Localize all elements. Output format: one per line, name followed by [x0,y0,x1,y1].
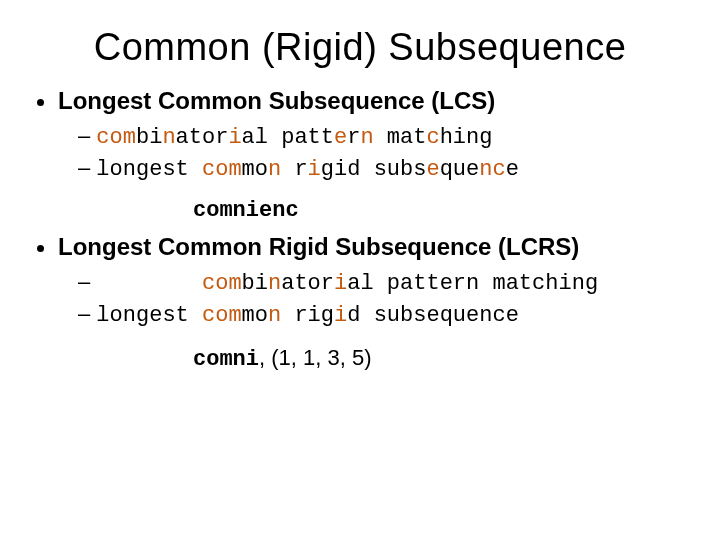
dash: – [78,155,96,180]
dash: – [78,301,96,326]
dash: – [78,123,96,148]
code-line: – longest common rigid subsequence [78,299,690,331]
result-text: comnienc [193,198,299,223]
content-list: Longest Common Subsequence (LCS)– combin… [30,87,690,372]
section-lines: – combinatorial pattern matching– longes… [58,121,690,184]
section-1: Longest Common Rigid Subsequence (LCRS)–… [58,233,690,371]
slide: Common (Rigid) Subsequence Longest Commo… [0,0,720,372]
code-line: – combinatorial pattern matching [78,267,690,299]
section-heading: Longest Common Subsequence (LCS) [58,87,495,114]
code-line: – longest common rigid subsequence [78,153,690,185]
section-0: Longest Common Subsequence (LCS)– combin… [58,87,690,223]
result-tuple: , (1, 1, 3, 5) [259,345,372,370]
code-line: – combinatorial pattern matching [78,121,690,153]
result-text: comni [193,347,259,372]
result-line: comni, (1, 1, 3, 5) [58,345,690,372]
section-heading: Longest Common Rigid Subsequence (LCRS) [58,233,579,260]
slide-title: Common (Rigid) Subsequence [30,26,690,69]
result-line: comnienc [58,198,690,223]
section-lines: – combinatorial pattern matching– longes… [58,267,690,330]
dash: – [78,269,96,294]
